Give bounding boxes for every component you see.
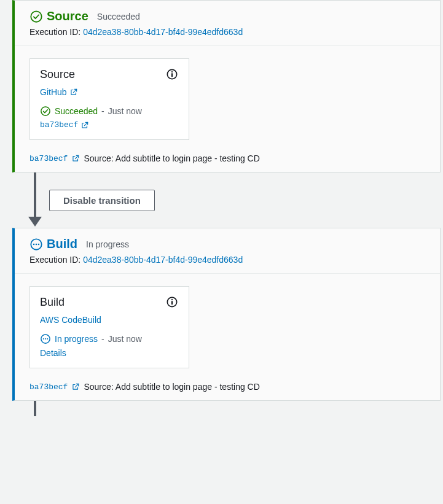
- stage-summary-row: ba73becf Source: Add subtitle to login p…: [29, 382, 425, 392]
- pipeline-stage-source: Source Succeeded Execution ID: 04d2ea38-…: [12, 0, 441, 173]
- action-details-row: Details: [40, 348, 179, 358]
- action-name: Build: [40, 296, 65, 309]
- action-time: Just now: [108, 106, 142, 116]
- separator: -: [101, 334, 104, 344]
- stage-title: Build: [29, 237, 77, 251]
- summary-commit-link[interactable]: ba73becf: [29, 154, 68, 163]
- transition-arrow-line: [34, 173, 36, 220]
- stage-status: In progress: [86, 239, 129, 249]
- success-circle-icon: [29, 10, 43, 23]
- stage-transition: Disable transition: [12, 173, 443, 228]
- stage-header: Source Succeeded Execution ID: 04d2ea38-…: [15, 1, 440, 46]
- action-card-source: Source GitHub Succeeded - Just now: [29, 58, 189, 140]
- svg-point-11: [171, 299, 173, 300]
- svg-point-8: [38, 243, 40, 245]
- action-status-row: In progress - Just now: [40, 333, 179, 344]
- svg-rect-2: [171, 73, 173, 77]
- stage-status: Succeeded: [97, 12, 140, 21]
- summary-commit-link[interactable]: ba73becf: [29, 382, 68, 392]
- stage-summary-row: ba73becf Source: Add subtitle to login p…: [29, 153, 425, 163]
- info-icon[interactable]: [165, 68, 179, 81]
- transition-arrow-head-icon: [28, 217, 42, 227]
- action-provider-row: GitHub: [40, 87, 179, 97]
- pipeline-stage-build: Build In progress Execution ID: 04d2ea38…: [12, 228, 441, 401]
- action-commit-link[interactable]: ba73becf: [40, 120, 78, 130]
- in-progress-circle-icon: [29, 238, 43, 251]
- svg-point-0: [31, 11, 41, 21]
- disable-transition-button[interactable]: Disable transition: [49, 190, 155, 211]
- stage-name: Source: [47, 9, 88, 23]
- external-link-icon: [71, 382, 80, 391]
- summary-message: Source: Add subtitle to login page - tes…: [84, 382, 259, 392]
- action-commit-row: ba73becf: [40, 120, 179, 130]
- success-circle-icon: [40, 106, 51, 117]
- svg-point-6: [33, 243, 35, 245]
- action-status-row: Succeeded - Just now: [40, 106, 179, 117]
- execution-id-row: Execution ID: 04d2ea38-80bb-4d17-bf4d-99…: [29, 255, 425, 265]
- stage-body: Source GitHub Succeeded - Just now: [15, 46, 440, 172]
- action-card-header: Build: [40, 295, 179, 309]
- execution-id-label: Execution ID:: [29, 255, 80, 265]
- svg-point-13: [43, 338, 44, 339]
- svg-rect-10: [171, 301, 173, 304]
- stage-title-row: Source Succeeded: [29, 9, 425, 23]
- action-provider-link[interactable]: AWS CodeBuild: [40, 315, 101, 325]
- action-card-header: Source: [40, 68, 179, 81]
- stage-header: Build In progress Execution ID: 04d2ea38…: [15, 228, 440, 274]
- stage-title: Source: [29, 9, 88, 23]
- action-time: Just now: [108, 334, 142, 344]
- action-status-text: In progress: [55, 334, 98, 344]
- execution-id-row: Execution ID: 04d2ea38-80bb-4d17-bf4d-99…: [29, 27, 425, 37]
- external-link-icon: [71, 154, 80, 163]
- separator: -: [101, 106, 104, 116]
- svg-point-4: [41, 107, 50, 115]
- execution-id-link[interactable]: 04d2ea38-80bb-4d17-bf4d-99e4edfd663d: [83, 255, 243, 265]
- action-status-text: Succeeded: [55, 106, 98, 116]
- info-icon[interactable]: [165, 295, 179, 309]
- svg-point-7: [36, 243, 37, 245]
- external-link-icon: [69, 88, 78, 96]
- stage-name: Build: [47, 237, 77, 251]
- in-progress-circle-icon: [40, 333, 51, 344]
- svg-point-14: [45, 338, 46, 339]
- stage-tail-connector: [12, 401, 443, 416]
- action-details-link[interactable]: Details: [40, 348, 66, 358]
- external-link-icon: [80, 121, 89, 130]
- execution-id-label: Execution ID:: [29, 27, 80, 37]
- execution-id-link[interactable]: 04d2ea38-80bb-4d17-bf4d-99e4edfd663d: [83, 27, 243, 37]
- stage-body: Build AWS CodeBuild In progress - Just n…: [15, 274, 440, 400]
- action-card-build: Build AWS CodeBuild In progress - Just n…: [29, 286, 189, 368]
- svg-point-15: [47, 338, 48, 339]
- tail-line: [34, 401, 36, 416]
- summary-message: Source: Add subtitle to login page - tes…: [84, 153, 259, 163]
- action-provider-row: AWS CodeBuild: [40, 315, 179, 325]
- stage-title-row: Build In progress: [29, 237, 425, 251]
- svg-point-3: [171, 71, 173, 72]
- action-name: Source: [40, 68, 75, 81]
- action-provider-link[interactable]: GitHub: [40, 87, 67, 97]
